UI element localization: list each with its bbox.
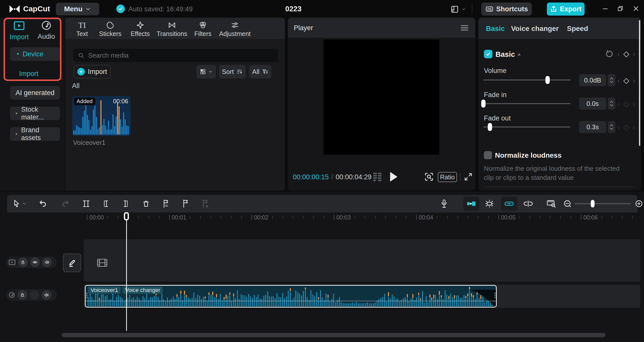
preview-frame-button[interactable]	[484, 199, 494, 209]
keyframe-prev-icon[interactable]: ‹	[617, 76, 620, 85]
timeline-ruler[interactable]: 00:0000:0100:0200:0300:0400:0500:06	[0, 213, 644, 222]
basic-enable-checkbox[interactable]	[484, 50, 492, 58]
timeline-scrollbar[interactable]	[62, 333, 605, 337]
shortcuts-button[interactable]: Shortcuts	[481, 3, 532, 16]
zoom-out-button[interactable]	[562, 199, 573, 209]
thumbnail-waveform-bar	[81, 128, 82, 135]
split-button[interactable]	[81, 199, 91, 209]
reset-button[interactable]	[605, 50, 613, 58]
keyframe-controls-basic[interactable]: ‹ ◇ ›	[617, 49, 635, 58]
tab-voice-changer[interactable]: Voice changer	[511, 25, 559, 33]
lock-track-button[interactable]	[18, 290, 27, 300]
keyframe-controls-volume[interactable]: ‹ ◇ ›	[617, 76, 635, 85]
toggle-visibility-button[interactable]	[30, 258, 40, 267]
tab-speed[interactable]: Speed	[567, 25, 588, 33]
draft-edit-button[interactable]	[63, 253, 81, 272]
keyframe-next-icon[interactable]: ›	[633, 76, 635, 85]
tab-basic[interactable]: Basic	[486, 25, 505, 33]
video-track-lane[interactable]	[84, 239, 640, 282]
fade-out-slider[interactable]	[483, 126, 570, 127]
clip-volume-line[interactable]	[86, 301, 496, 301]
timeline-zoom-slider[interactable]	[575, 203, 631, 204]
select-tool-chevron[interactable]	[21, 199, 28, 209]
volume-stepper[interactable]	[608, 74, 615, 86]
fade-in-stepper[interactable]	[608, 98, 615, 110]
fade-in-slider[interactable]	[483, 103, 570, 104]
snapshot-button[interactable]	[424, 172, 434, 182]
zoom-slider-handle[interactable]	[591, 200, 594, 207]
waveform-bar	[267, 291, 268, 306]
keyframe-diamond-icon[interactable]: ◇	[623, 76, 629, 85]
timeline-view-button[interactable]	[546, 199, 556, 209]
fade-out-slider-handle[interactable]	[488, 123, 492, 131]
filter-button[interactable]: All	[249, 65, 271, 78]
tab-text[interactable]: TI Text	[70, 20, 94, 39]
volume-slider[interactable]	[483, 79, 570, 80]
playhead-head[interactable]	[124, 212, 129, 220]
video-canvas[interactable]	[324, 39, 439, 155]
keyframe-diamond-icon[interactable]: ◇	[623, 49, 629, 58]
tab-stickers[interactable]: Stickers	[94, 20, 126, 39]
export-button[interactable]: Export	[547, 3, 585, 16]
frame-view-button[interactable]	[372, 172, 383, 183]
panel-scrollbar[interactable]	[639, 20, 640, 146]
audio-clip-voiceover1[interactable]: Voiceover1 Voice changer	[85, 285, 497, 308]
device-import-item[interactable]: Import	[19, 70, 39, 78]
snap-toggle-button[interactable]	[463, 197, 479, 211]
marker-button[interactable]	[181, 199, 191, 209]
window-minimize-button[interactable]	[600, 4, 610, 14]
stock-materials-button[interactable]: Stock mater...	[10, 107, 60, 120]
layout-switch-button[interactable]	[450, 5, 466, 14]
normalize-checkbox[interactable]	[484, 151, 492, 159]
import-media-button[interactable]: Import	[74, 65, 111, 78]
clip-right-handle[interactable]	[494, 293, 495, 300]
select-tool-button[interactable]	[12, 199, 22, 209]
search-bar[interactable]	[74, 49, 278, 62]
zoom-in-button[interactable]	[634, 199, 644, 209]
fade-out-stepper[interactable]	[608, 121, 615, 133]
brand-assets-button[interactable]: Brand assets	[10, 127, 60, 141]
lock-track-button[interactable]	[18, 258, 28, 267]
tab-adjustment[interactable]: Adjustment	[216, 20, 254, 39]
sidebar-tab-import[interactable]: Import	[9, 21, 30, 41]
link-toggle-button[interactable]	[501, 197, 517, 211]
player-title: Player	[294, 24, 313, 32]
delete-button[interactable]	[141, 199, 151, 209]
menu-button[interactable]: Menu	[56, 3, 99, 15]
tab-effects[interactable]: Effects	[126, 20, 154, 39]
mute-track-button[interactable]	[42, 290, 51, 300]
keyframe-prev-icon[interactable]: ‹	[617, 50, 620, 58]
view-mode-button[interactable]	[196, 65, 216, 78]
volume-value-box[interactable]: 0.0dB	[579, 74, 606, 86]
sidebar-tab-audio[interactable]: Audio	[36, 20, 57, 40]
ai-generated-button[interactable]: AI generated	[10, 86, 60, 100]
undo-button[interactable]	[38, 199, 48, 209]
fade-in-slider-handle[interactable]	[481, 100, 486, 108]
device-button[interactable]: Device	[10, 47, 60, 61]
tab-filters[interactable]: Filters	[190, 20, 216, 39]
keyframe-next-icon[interactable]: ›	[633, 50, 635, 58]
play-button[interactable]	[388, 171, 399, 183]
unlink-button[interactable]	[523, 199, 533, 209]
window-close-button[interactable]	[631, 4, 641, 14]
mute-track-button[interactable]	[42, 258, 52, 267]
trim-right-button[interactable]	[121, 199, 131, 209]
waveform-bar	[405, 297, 406, 306]
window-restore-button[interactable]	[615, 4, 625, 14]
fade-in-value-box[interactable]: 0.0s	[579, 98, 606, 110]
marker-ai-button[interactable]: AI	[161, 199, 171, 209]
ratio-button[interactable]: Ratio	[438, 172, 457, 182]
playhead[interactable]	[124, 212, 129, 331]
clip-left-handle[interactable]	[86, 293, 87, 300]
tab-transitions[interactable]: Transitions	[154, 20, 190, 39]
volume-slider-handle[interactable]	[546, 76, 550, 84]
fullscreen-button[interactable]	[463, 172, 473, 182]
media-card-voiceover1[interactable]: Added 00:06	[72, 96, 131, 136]
search-input[interactable]	[88, 51, 274, 60]
record-voiceover-button[interactable]	[439, 199, 449, 209]
trim-left-button[interactable]	[101, 199, 111, 209]
collapse-caret-icon[interactable]	[517, 52, 522, 56]
sort-button[interactable]: Sort	[219, 65, 246, 78]
fade-out-value-box[interactable]: 0.3s	[579, 121, 606, 133]
player-menu-button[interactable]	[460, 25, 469, 31]
